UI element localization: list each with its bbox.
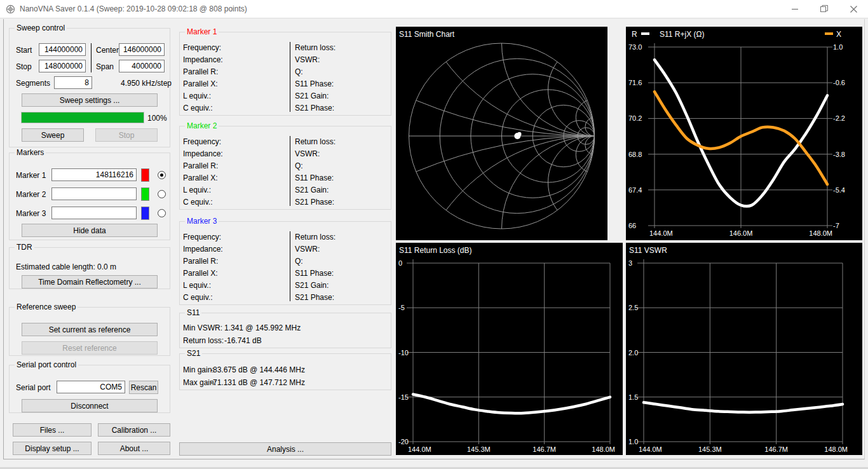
segments-input[interactable] [54,76,92,89]
center-input[interactable] [119,43,165,56]
analysis-button[interactable]: Analysis ... [179,442,391,456]
min-gain-value: -83.675 dB @ 144.446 MHz [210,365,305,374]
disconnect-button[interactable]: Disconnect [22,399,158,412]
marker-field-label: Impedance: [183,245,223,254]
set-reference-button[interactable]: Set current as reference [22,323,158,336]
svg-text:-0.6: -0.6 [833,79,845,86]
minimize-icon[interactable] [780,0,810,18]
marker-field-label: S21 Gain: [295,186,329,194]
svg-text:S11 Smith Chart: S11 Smith Chart [399,30,455,39]
svg-text:2.0: 2.0 [628,349,638,357]
marker-field-label: VSWR: [295,55,320,64]
rescan-button[interactable]: Rescan [129,381,158,394]
marker-field-label: Return loss: [295,137,336,146]
svg-text:S11 R+jX (Ω): S11 R+jX (Ω) [660,30,704,39]
about-button[interactable]: About ... [98,442,170,455]
marker-field-label: Parallel X: [183,79,218,88]
svg-text:-5: -5 [398,304,405,311]
files-button[interactable]: Files ... [13,423,92,437]
marker-2-radio[interactable] [158,190,166,198]
progress-percent-label: 100% [147,114,167,123]
close-icon[interactable] [839,0,868,18]
sweep-control-group: Sweep control Start Center Stop Span Seg… [9,28,170,147]
marker-3-input[interactable] [51,207,137,219]
serial-port-label: Serial port [16,383,51,392]
tdr-title: TDR [15,243,34,252]
chart-s11-vswr[interactable]: 32.52.01.51.0144.0M145.3M146.7M148.0MS11… [626,243,862,455]
segments-label: Segments [16,79,50,88]
marker-field-label: Impedance: [183,149,223,158]
marker-1-detail-title: Marker 1 [185,27,219,37]
svg-text:1.0: 1.0 [833,43,843,51]
chart-s11-r-jx[interactable]: 73.01.071.6-0.670.2-2.268.8-3.867.4-5.46… [626,27,862,240]
marker-field-label: S21 Gain: [295,92,329,100]
reset-reference-button[interactable]: Reset reference [22,341,158,355]
calibration-button[interactable]: Calibration ... [98,423,170,437]
marker-field-label: Parallel X: [183,173,218,182]
tdr-group: TDR Estimated cable length: 0.0 m Time D… [9,247,170,289]
stop-input[interactable] [39,60,86,72]
marker-field-label: Parallel R: [183,257,218,266]
marker-field-label: Parallel X: [183,269,218,278]
return-loss-value: -16.741 dB [224,336,262,345]
svg-text:144.0M: 144.0M [639,445,662,453]
reference-sweep-group: Reference sweep Set current as reference… [9,307,170,356]
sweep-button[interactable]: Sweep [22,128,84,142]
marker-3-radio[interactable] [158,209,166,217]
marker-field-label: Impedance: [183,55,223,64]
svg-text:2.5: 2.5 [628,304,638,311]
marker-1-swatch[interactable] [141,168,149,182]
chart-s11-smith[interactable]: S11 Smith Chart [396,27,607,240]
nanovna-logo-icon [6,4,15,14]
marker-field-label: Q: [295,67,303,76]
marker-3-detail-title: Marker 3 [185,217,219,226]
marker-field-label: S11 Phase: [295,269,334,278]
marker-field-label: Parallel R: [183,161,218,170]
chart-s11-return-loss[interactable]: 0-5-10-15-20144.0M145.3M146.7M148.0MS11 … [396,243,623,455]
svg-text:X: X [836,30,841,39]
marker-field-label: Q: [295,257,303,266]
marker-1-label: Marker 1 [16,171,46,180]
start-input[interactable] [39,43,86,56]
svg-text:-7: -7 [833,222,839,229]
marker-2-swatch[interactable] [141,187,149,201]
step-size-text: 4.950 kHz/step [121,79,166,88]
marker-field-label: C equiv.: [183,104,212,112]
marker-field-label: C equiv.: [183,198,212,207]
progress-fill [22,112,144,123]
center-label: Center [96,46,119,55]
stop-button[interactable]: Stop [95,128,158,142]
svg-text:-2.2: -2.2 [833,114,845,122]
s11-info-group: S11 Min VSWR: 1.341 @ 145.992 MHz Return… [179,313,391,348]
svg-text:1.5: 1.5 [628,393,638,401]
restore-icon[interactable] [810,0,839,18]
marker-1-input[interactable] [51,168,137,181]
marker-2-input[interactable] [51,187,137,200]
svg-text:148.0M: 148.0M [824,445,848,453]
svg-text:144.0M: 144.0M [649,229,673,237]
marker-2-label: Marker 2 [16,190,46,199]
marker-2-detail-title: Marker 2 [185,121,219,131]
sweep-settings-button[interactable]: Sweep settings ... [22,93,158,107]
cable-length-value: 0.0 m [97,262,116,271]
span-input[interactable] [119,60,165,72]
markers-group: Markers Marker 1 Marker 2 Marker 3 Hide … [9,153,170,240]
marker-field-label: S11 Phase: [295,79,334,88]
marker-1-radio[interactable] [158,171,166,179]
marker-field-label: S21 Gain: [295,281,329,290]
serial-port-input[interactable] [57,381,125,393]
svg-text:145.3M: 145.3M [467,445,491,453]
svg-text:-10: -10 [398,349,409,357]
svg-text:R: R [632,30,637,39]
tdr-button[interactable]: Time Domain Reflectometry ... [22,275,158,289]
svg-text:-20: -20 [398,438,409,445]
display-setup-button[interactable]: Display setup ... [13,442,92,455]
svg-text:67.4: 67.4 [628,186,642,194]
svg-text:0: 0 [398,259,402,267]
marker-3-swatch[interactable] [141,207,149,220]
marker-field-label: L equiv.: [183,186,211,194]
hide-data-button[interactable]: Hide data [22,224,158,237]
sweep-progress-bar [21,112,144,123]
marker-field-label: C equiv.: [183,293,212,302]
divider [290,42,290,112]
